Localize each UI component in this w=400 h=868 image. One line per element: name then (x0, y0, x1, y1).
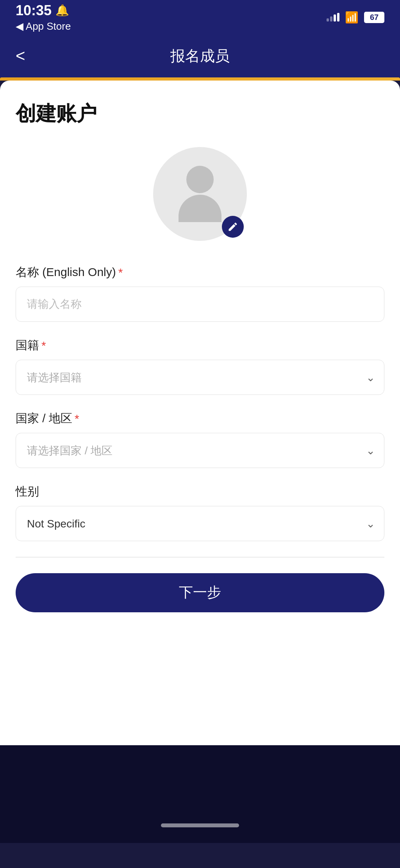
back-button[interactable]: < (16, 48, 25, 64)
app-store-label[interactable]: ◀ App Store (16, 20, 71, 32)
signal-bar-2 (330, 16, 332, 22)
gender-field-group: 性别 Not Specific Male Female ⌄ (16, 484, 384, 541)
status-left: 10:35 🔔 ◀ App Store (16, 2, 71, 32)
nav-bar: < 报名成员 (0, 34, 400, 77)
divider (16, 557, 384, 558)
nationality-field-group: 国籍 * 请选择国籍 ⌄ (16, 337, 384, 395)
gender-select-wrapper: Not Specific Male Female ⌄ (16, 506, 384, 541)
name-required: * (118, 266, 123, 279)
app-store-back[interactable]: ◀ App Store (16, 20, 71, 32)
nationality-required: * (41, 339, 46, 352)
country-label: 国家 / 地区 * (16, 411, 384, 427)
name-input[interactable] (16, 287, 384, 322)
name-field-group: 名称 (English Only) * (16, 264, 384, 322)
page-title: 报名成员 (170, 46, 230, 66)
accent-line (0, 77, 400, 81)
signal-bar-3 (334, 14, 336, 22)
nationality-select-wrapper: 请选择国籍 ⌄ (16, 360, 384, 395)
card-title: 创建账户 (16, 100, 384, 127)
home-indicator (161, 823, 239, 827)
avatar-wrapper (153, 147, 247, 241)
bottom-bar (0, 745, 400, 843)
gender-select[interactable]: Not Specific Male Female (16, 506, 384, 541)
nationality-label-text: 国籍 (16, 337, 39, 353)
avatar-body (179, 195, 221, 222)
battery-level: 67 (370, 13, 379, 22)
status-time: 10:35 🔔 (16, 2, 71, 19)
country-label-text: 国家 / 地区 (16, 411, 72, 427)
next-button-label: 下一步 (179, 583, 221, 602)
country-required: * (75, 412, 79, 425)
nationality-select[interactable]: 请选择国籍 (16, 360, 384, 395)
country-field-group: 国家 / 地区 * 请选择国家 / 地区 ⌄ (16, 411, 384, 468)
name-label: 名称 (English Only) * (16, 264, 384, 280)
gender-label-text: 性别 (16, 484, 39, 500)
name-label-text: 名称 (English Only) (16, 264, 116, 280)
time-display: 10:35 (16, 2, 52, 19)
status-right: 📶 67 (327, 11, 384, 24)
signal-bars (327, 13, 339, 22)
edit-avatar-button[interactable] (222, 216, 244, 238)
avatar-section (16, 147, 384, 241)
pencil-icon (227, 221, 238, 232)
country-select-wrapper: 请选择国家 / 地区 ⌄ (16, 433, 384, 468)
avatar-person-shape (179, 166, 221, 222)
status-bar: 10:35 🔔 ◀ App Store 📶 67 (0, 0, 400, 34)
signal-bar-4 (337, 13, 339, 22)
main-card: 创建账户 名称 (English Only) * 国籍 (0, 81, 400, 745)
nationality-label: 国籍 * (16, 337, 384, 353)
next-button[interactable]: 下一步 (16, 573, 384, 612)
wifi-icon: 📶 (345, 11, 359, 24)
country-select[interactable]: 请选择国家 / 地区 (16, 433, 384, 468)
signal-bar-1 (327, 18, 329, 22)
avatar-head (186, 166, 214, 193)
gender-label: 性别 (16, 484, 384, 500)
bell-icon: 🔔 (55, 4, 69, 17)
battery-indicator: 67 (364, 12, 384, 23)
